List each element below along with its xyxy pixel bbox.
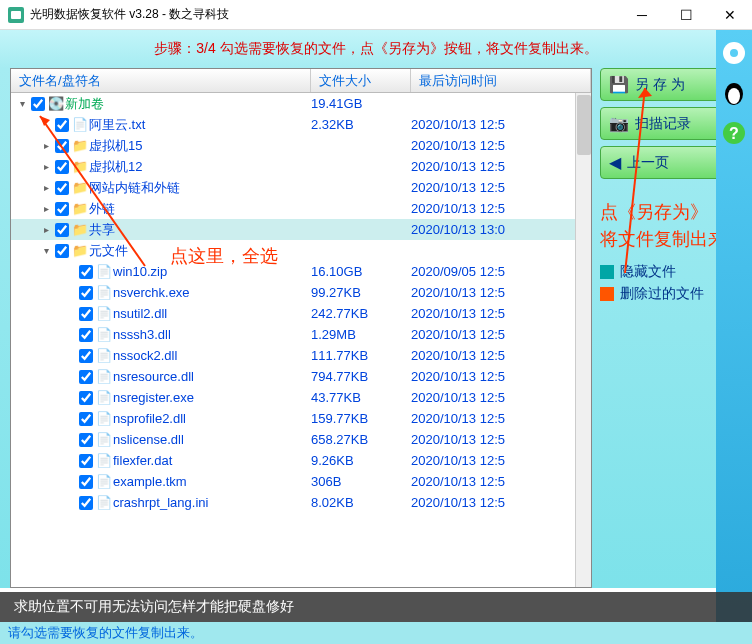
table-row[interactable]: ▸📁虚拟机122020/10/13 12:5 — [11, 156, 591, 177]
row-time: 2020/10/13 12:5 — [407, 432, 591, 447]
table-row[interactable]: ▸📁共享2020/10/13 13:0 — [11, 219, 591, 240]
col-size[interactable]: 文件大小 — [311, 69, 411, 92]
expand-caret[interactable] — [63, 287, 77, 298]
svg-text:?: ? — [729, 125, 739, 142]
table-row[interactable]: ▸📁外链2020/10/13 12:5 — [11, 198, 591, 219]
row-checkbox[interactable] — [55, 118, 69, 132]
titlebar: 光明数据恢复软件 v3.28 - 数之寻科技 ─ ☐ ✕ — [0, 0, 752, 30]
expand-caret[interactable] — [63, 476, 77, 487]
expand-caret[interactable] — [63, 455, 77, 466]
row-name: nssock2.dll — [113, 348, 307, 363]
row-checkbox[interactable] — [55, 181, 69, 195]
maximize-button[interactable]: ☐ — [664, 0, 708, 30]
table-row[interactable]: 📄nsutil2.dll242.77KB2020/10/13 12:5 — [11, 303, 591, 324]
expand-caret[interactable]: ▸ — [39, 140, 53, 151]
row-name: filexfer.dat — [113, 453, 307, 468]
table-row[interactable]: ▸📁虚拟机152020/10/13 12:5 — [11, 135, 591, 156]
table-row[interactable]: ▾📁元文件 — [11, 240, 591, 261]
row-checkbox[interactable] — [79, 370, 93, 384]
row-checkbox[interactable] — [31, 97, 45, 111]
legend-deleted-swatch — [600, 287, 614, 301]
row-size: 9.26KB — [307, 453, 407, 468]
col-time[interactable]: 最后访问时间 — [411, 69, 591, 92]
row-checkbox[interactable] — [79, 412, 93, 426]
table-row[interactable]: 📄filexfer.dat9.26KB2020/10/13 12:5 — [11, 450, 591, 471]
expand-caret[interactable] — [63, 329, 77, 340]
row-checkbox[interactable] — [79, 286, 93, 300]
expand-caret[interactable]: ▸ — [39, 182, 53, 193]
row-name: nsutil2.dll — [113, 306, 307, 321]
file-icon: 📄 — [95, 453, 113, 468]
expand-caret[interactable]: ▾ — [15, 98, 29, 109]
file-list[interactable]: ▾💽新加卷19.41GB 📄阿里云.txt2.32KB2020/10/13 12… — [11, 93, 591, 587]
expand-caret[interactable] — [39, 119, 53, 130]
expand-caret[interactable] — [63, 350, 77, 361]
expand-caret[interactable]: ▸ — [39, 161, 53, 172]
row-checkbox[interactable] — [55, 202, 69, 216]
bottom-overlay: 求助位置不可用无法访问怎样才能把硬盘修好 — [0, 592, 752, 622]
expand-caret[interactable] — [63, 266, 77, 277]
row-checkbox[interactable] — [79, 391, 93, 405]
table-row[interactable]: 📄example.tkm306B2020/10/13 12:5 — [11, 471, 591, 492]
table-row[interactable]: ▾💽新加卷19.41GB — [11, 93, 591, 114]
row-checkbox[interactable] — [55, 223, 69, 237]
table-row[interactable]: 📄nslicense.dll658.27KB2020/10/13 12:5 — [11, 429, 591, 450]
file-icon: 📄 — [95, 474, 113, 489]
svg-rect-1 — [11, 11, 21, 19]
right-toolbar: ? — [716, 30, 752, 622]
row-size: 99.27KB — [307, 285, 407, 300]
expand-caret[interactable] — [63, 413, 77, 424]
folder-icon: 📁 — [71, 222, 89, 237]
row-checkbox[interactable] — [79, 475, 93, 489]
file-panel: 文件名/盘符名 文件大小 最后访问时间 ▾💽新加卷19.41GB 📄阿里云.tx… — [10, 68, 592, 588]
expand-caret[interactable] — [63, 434, 77, 445]
expand-caret[interactable]: ▸ — [39, 203, 53, 214]
expand-caret[interactable] — [63, 371, 77, 382]
table-row[interactable]: 📄nsverchk.exe99.27KB2020/10/13 12:5 — [11, 282, 591, 303]
row-time: 2020/10/13 12:5 — [407, 453, 591, 468]
table-row[interactable]: 📄nssock2.dll111.77KB2020/10/13 12:5 — [11, 345, 591, 366]
expand-caret[interactable] — [63, 308, 77, 319]
table-row[interactable]: 📄nsregister.exe43.77KB2020/10/13 12:5 — [11, 387, 591, 408]
file-icon: 📄 — [95, 285, 113, 300]
table-row[interactable]: 📄阿里云.txt2.32KB2020/10/13 12:5 — [11, 114, 591, 135]
row-time: 2020/10/13 12:5 — [407, 411, 591, 426]
table-row[interactable]: 📄nsresource.dll794.77KB2020/10/13 12:5 — [11, 366, 591, 387]
row-checkbox[interactable] — [79, 454, 93, 468]
close-button[interactable]: ✕ — [708, 0, 752, 30]
svg-point-5 — [728, 88, 740, 104]
row-checkbox[interactable] — [55, 139, 69, 153]
table-row[interactable]: 📄crashrpt_lang.ini8.02KB2020/10/13 12:5 — [11, 492, 591, 513]
row-checkbox[interactable] — [79, 307, 93, 321]
row-time: 2020/10/13 12:5 — [407, 495, 591, 510]
col-name[interactable]: 文件名/盘符名 — [11, 69, 311, 92]
file-icon: 📄 — [95, 264, 113, 279]
table-row[interactable]: 📄nsprofile2.dll159.77KB2020/10/13 12:5 — [11, 408, 591, 429]
row-checkbox[interactable] — [79, 328, 93, 342]
table-row[interactable]: 📄nsssh3.dll1.29MB2020/10/13 12:5 — [11, 324, 591, 345]
row-name: 元文件 — [89, 242, 307, 260]
table-row[interactable]: ▸📁网站内链和外链2020/10/13 12:5 — [11, 177, 591, 198]
scrollbar-vertical[interactable] — [575, 93, 591, 587]
help-icon[interactable]: ? — [721, 120, 747, 146]
row-checkbox[interactable] — [79, 265, 93, 279]
row-checkbox[interactable] — [79, 349, 93, 363]
camera-icon: 📷 — [609, 114, 629, 133]
penguin-icon[interactable] — [721, 80, 747, 106]
expand-caret[interactable] — [63, 497, 77, 508]
disk-icon[interactable] — [721, 40, 747, 66]
row-checkbox[interactable] — [55, 244, 69, 258]
row-checkbox[interactable] — [79, 433, 93, 447]
minimize-button[interactable]: ─ — [620, 0, 664, 30]
expand-caret[interactable]: ▾ — [39, 245, 53, 256]
expand-caret[interactable] — [63, 392, 77, 403]
folder-icon: 📁 — [71, 138, 89, 153]
table-row[interactable]: 📄win10.zip16.10GB2020/09/05 12:5 — [11, 261, 591, 282]
row-time: 2020/10/13 12:5 — [407, 327, 591, 342]
expand-caret[interactable]: ▸ — [39, 224, 53, 235]
row-time: 2020/10/13 12:5 — [407, 201, 591, 216]
file-icon: 📄 — [95, 306, 113, 321]
row-name: nsregister.exe — [113, 390, 307, 405]
row-checkbox[interactable] — [55, 160, 69, 174]
row-checkbox[interactable] — [79, 496, 93, 510]
